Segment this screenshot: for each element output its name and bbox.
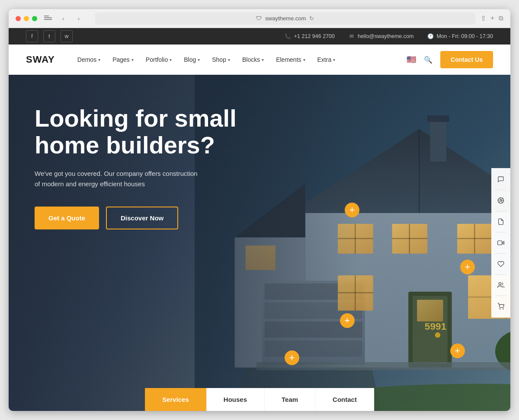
- panel-divider-5: [496, 274, 506, 275]
- navbar: SWAY Demos ▾ Pages ▾ Portfolio ▾ Blog ▾: [9, 45, 510, 75]
- tab-contact[interactable]: Contact: [315, 388, 374, 411]
- reload-icon[interactable]: ↻: [309, 15, 314, 22]
- chat-panel-icon[interactable]: [493, 172, 509, 187]
- svg-marker-45: [502, 242, 504, 245]
- hotspot-button-5[interactable]: +: [450, 344, 465, 358]
- cart-panel-icon[interactable]: [493, 299, 509, 314]
- chevron-down-icon: ▾: [333, 57, 335, 62]
- right-panel: [491, 168, 510, 318]
- discover-now-button[interactable]: Discover Now: [106, 207, 178, 229]
- chevron-down-icon: ▾: [131, 57, 134, 62]
- svg-rect-46: [498, 241, 502, 245]
- hotspot-button-2[interactable]: +: [460, 260, 475, 274]
- svg-point-48: [500, 309, 500, 309]
- panel-divider-1: [496, 190, 506, 190]
- nav-item-elements[interactable]: Elements ▾: [271, 53, 310, 67]
- clock-icon: 🕐: [427, 33, 433, 39]
- close-button[interactable]: [16, 16, 21, 21]
- panel-divider-3: [496, 232, 506, 232]
- get-quote-button[interactable]: Get a Quote: [35, 207, 99, 229]
- shield-icon: 🛡: [256, 15, 262, 22]
- panel-divider-2: [496, 211, 506, 211]
- browser-nav: ‹ ›: [57, 13, 85, 25]
- hours-info: 🕐 Mon - Fri: 09:00 - 17:30: [427, 33, 493, 39]
- site-logo[interactable]: SWAY: [26, 54, 55, 65]
- hero-buttons: Get a Quote Discover Now: [35, 207, 484, 229]
- whatsapp-icon[interactable]: w: [61, 30, 73, 42]
- nav-item-blocks[interactable]: Blocks ▾: [237, 53, 269, 67]
- chevron-down-icon: ▾: [303, 57, 305, 62]
- tab-team[interactable]: Team: [264, 388, 315, 411]
- share-icon[interactable]: ⇧: [481, 14, 486, 22]
- nav-item-pages[interactable]: Pages ▾: [107, 53, 139, 67]
- dribbble-panel-icon[interactable]: [493, 193, 509, 208]
- chevron-down-icon: ▾: [262, 57, 264, 62]
- window-controls: [16, 16, 37, 21]
- maximize-button[interactable]: [32, 16, 37, 21]
- email-info: ✉ hello@swaytheme.com: [349, 33, 413, 39]
- chevron-down-icon: ▾: [170, 57, 172, 62]
- hero-title: Looking for small home builders?: [35, 105, 285, 158]
- url-text: swaytheme.com: [265, 15, 306, 22]
- minimize-button[interactable]: [24, 16, 29, 21]
- browser-titlebar: ‹ › 🛡 swaytheme.com ↻ ⇧ + ⧉: [9, 9, 510, 28]
- document-panel-icon[interactable]: [493, 214, 509, 229]
- email-icon: ✉: [349, 33, 355, 39]
- nav-item-blog[interactable]: Blog ▾: [179, 53, 205, 67]
- phone-icon: 📞: [285, 33, 291, 39]
- heart-panel-icon[interactable]: [493, 256, 509, 272]
- tabs-icon[interactable]: ⧉: [499, 14, 503, 22]
- hotspot-button-4[interactable]: +: [285, 350, 299, 365]
- users-panel-icon[interactable]: [493, 277, 509, 293]
- tab-services[interactable]: Services: [145, 388, 206, 411]
- chevron-down-icon: ▾: [198, 57, 200, 62]
- browser-actions: ⇧ + ⧉: [481, 14, 503, 22]
- svg-point-47: [499, 283, 501, 285]
- language-flag[interactable]: 🇺🇸: [407, 55, 416, 64]
- facebook-icon[interactable]: f: [26, 30, 38, 42]
- nav-item-shop[interactable]: Shop ▾: [207, 53, 235, 67]
- hero-subtitle: We've got you covered. Our company offer…: [35, 169, 229, 189]
- sidebar-toggle-icon[interactable]: [44, 16, 52, 22]
- phone-info: 📞 +1 212 946 2700: [285, 33, 335, 39]
- address-bar[interactable]: 🛡 swaytheme.com ↻: [95, 13, 475, 25]
- svg-point-49: [503, 309, 503, 309]
- hero-tabs: Services Houses Team Contact: [145, 388, 374, 411]
- panel-divider-6: [496, 296, 506, 296]
- forward-icon[interactable]: ›: [73, 13, 85, 25]
- panel-divider-4: [496, 253, 506, 254]
- chevron-down-icon: ▾: [98, 57, 100, 62]
- hero-content: Looking for small home builders? We've g…: [9, 75, 510, 411]
- search-button[interactable]: 🔍: [421, 53, 435, 67]
- hotspot-button-3[interactable]: +: [340, 313, 355, 328]
- nav-item-portfolio[interactable]: Portfolio ▾: [141, 53, 177, 67]
- tab-houses[interactable]: Houses: [206, 388, 264, 411]
- hotspot-button-1[interactable]: +: [345, 203, 359, 217]
- nav-menu: Demos ▾ Pages ▾ Portfolio ▾ Blog ▾ Shop: [72, 53, 407, 67]
- hero-section: 5991 Looking: [9, 75, 510, 411]
- browser-window: ‹ › 🛡 swaytheme.com ↻ ⇧ + ⧉ f t w 📞: [9, 9, 510, 411]
- nav-item-demos[interactable]: Demos ▾: [72, 53, 106, 67]
- topbar: f t w 📞 +1 212 946 2700 ✉ hello@swaythem…: [9, 28, 510, 45]
- nav-item-extra[interactable]: Extra ▾: [312, 53, 341, 67]
- chevron-down-icon: ▾: [228, 57, 230, 62]
- nav-actions: 🇺🇸 🔍 Contact Us: [407, 51, 493, 68]
- website-content: f t w 📞 +1 212 946 2700 ✉ hello@swaythem…: [9, 28, 510, 411]
- video-panel-icon[interactable]: [493, 235, 509, 251]
- contact-us-button[interactable]: Contact Us: [440, 51, 493, 68]
- twitter-icon[interactable]: t: [43, 30, 55, 42]
- new-tab-icon[interactable]: +: [490, 14, 494, 22]
- back-icon[interactable]: ‹: [57, 13, 69, 25]
